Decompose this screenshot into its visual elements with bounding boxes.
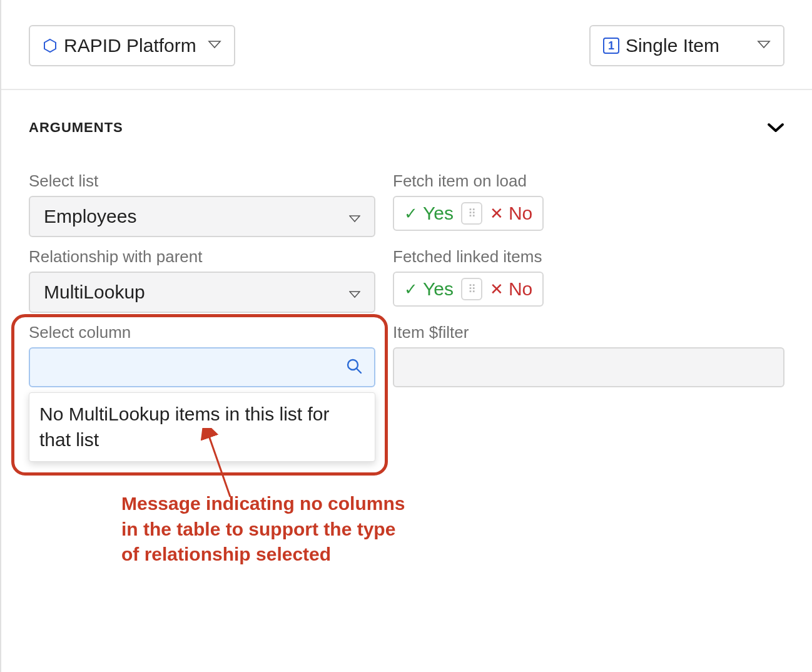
fetch-on-load-label: Fetch item on load xyxy=(393,171,784,191)
no-option[interactable]: No xyxy=(509,203,532,224)
yes-option[interactable]: Yes xyxy=(423,203,454,224)
arguments-section: ARGUMENTS Select list Employees Fetch it… xyxy=(1,90,812,462)
svg-line-6 xyxy=(357,369,361,373)
select-column-label: Select column xyxy=(29,323,375,342)
config-panel: RAPID Platform 1 Single Item ARGUMENTS xyxy=(0,0,812,672)
chevron-down-icon xyxy=(757,40,771,51)
arguments-header[interactable]: ARGUMENTS xyxy=(29,118,784,138)
svg-marker-0 xyxy=(44,39,56,52)
select-column-empty-message: No MultiLookup items in this list for th… xyxy=(29,392,375,462)
platform-dropdown[interactable]: RAPID Platform xyxy=(29,25,235,66)
fetched-linked-label: Fetched linked items xyxy=(393,247,784,267)
select-column-field: Select column No MultiLookup items in th… xyxy=(29,319,375,462)
select-list-label: Select list xyxy=(29,171,375,191)
select-list-field: Select list Employees xyxy=(29,168,375,243)
arguments-grid: Select list Employees Fetch item on load… xyxy=(29,168,784,462)
item-filter-field: Item $filter xyxy=(393,319,784,462)
item-filter-label: Item $filter xyxy=(393,323,784,342)
relationship-field: Relationship with parent MultiLookup xyxy=(29,243,375,319)
hexagon-icon xyxy=(43,38,58,53)
scope-dropdown[interactable]: 1 Single Item xyxy=(589,25,784,66)
no-option[interactable]: No xyxy=(509,278,532,300)
item-filter-input[interactable] xyxy=(393,347,784,387)
relationship-value: MultiLookup xyxy=(44,282,145,303)
svg-marker-1 xyxy=(209,41,220,48)
fetch-on-load-field: Fetch item on load ✓ Yes ⠿ ✕ No xyxy=(393,168,784,243)
chevron-down-icon[interactable] xyxy=(767,118,784,138)
chevron-down-icon xyxy=(349,206,360,227)
svg-marker-3 xyxy=(350,216,360,221)
header-row: RAPID Platform 1 Single Item xyxy=(1,0,812,90)
fetch-on-load-toggle[interactable]: ✓ Yes ⠿ ✕ No xyxy=(393,196,544,231)
check-icon: ✓ xyxy=(404,204,418,223)
count-badge-icon: 1 xyxy=(603,38,619,54)
select-list-dropdown[interactable]: Employees xyxy=(29,196,375,237)
chevron-down-icon xyxy=(208,40,221,51)
scope-label: Single Item xyxy=(626,35,719,56)
chevron-down-icon xyxy=(349,282,360,303)
relationship-label: Relationship with parent xyxy=(29,247,375,267)
close-icon: ✕ xyxy=(490,280,504,299)
relationship-dropdown[interactable]: MultiLookup xyxy=(29,272,375,313)
platform-label: RAPID Platform xyxy=(64,35,196,56)
drag-handle-icon[interactable]: ⠿ xyxy=(461,278,482,300)
yes-option[interactable]: Yes xyxy=(423,278,454,300)
arguments-title: ARGUMENTS xyxy=(29,120,123,136)
check-icon: ✓ xyxy=(404,280,418,299)
select-list-value: Employees xyxy=(44,206,136,227)
drag-handle-icon[interactable]: ⠿ xyxy=(461,202,482,225)
fetched-linked-field: Fetched linked items ✓ Yes ⠿ ✕ No xyxy=(393,243,784,319)
search-icon xyxy=(345,357,363,377)
svg-marker-2 xyxy=(758,41,769,48)
svg-marker-4 xyxy=(350,292,360,297)
close-icon: ✕ xyxy=(490,204,504,223)
fetched-linked-toggle[interactable]: ✓ Yes ⠿ ✕ No xyxy=(393,272,544,307)
annotation-text: Message indicating no columns in the tab… xyxy=(121,491,415,568)
select-column-combobox[interactable] xyxy=(29,347,375,387)
